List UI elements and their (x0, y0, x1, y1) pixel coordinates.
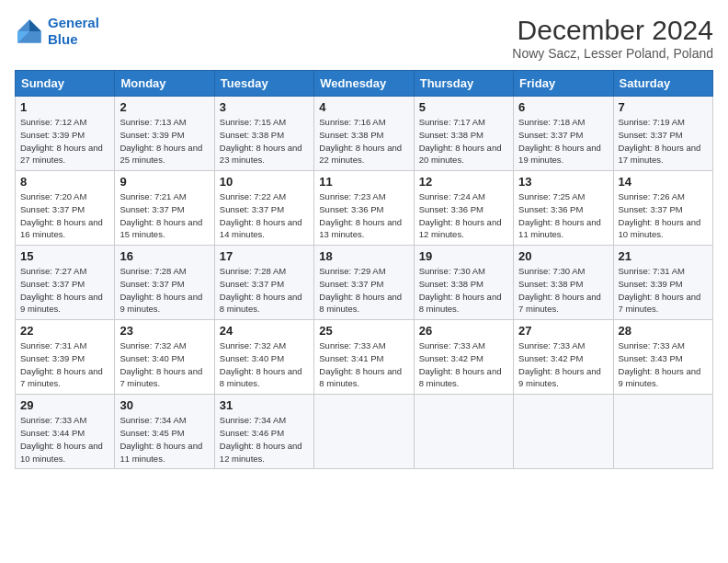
day-info: Sunrise: 7:20 AMSunset: 3:37 PMDaylight:… (20, 190, 109, 241)
header-tuesday: Tuesday (214, 71, 313, 97)
day-info: Sunrise: 7:12 AMSunset: 3:39 PMDaylight:… (20, 116, 109, 167)
day-number: 16 (119, 249, 209, 263)
day-info: Sunrise: 7:33 AMSunset: 3:43 PMDaylight:… (619, 339, 708, 390)
calendar-cell: 27Sunrise: 7:33 AMSunset: 3:42 PMDayligh… (514, 320, 613, 395)
page-title: December 2024 (512, 15, 713, 46)
day-info: Sunrise: 7:16 AMSunset: 3:38 PMDaylight:… (319, 116, 408, 167)
day-number: 13 (518, 175, 608, 189)
day-info: Sunrise: 7:32 AMSunset: 3:40 PMDaylight:… (220, 339, 309, 390)
day-info: Sunrise: 7:30 AMSunset: 3:38 PMDaylight:… (518, 265, 608, 316)
calendar-cell: 8Sunrise: 7:20 AMSunset: 3:37 PMDaylight… (16, 171, 115, 246)
page-subtitle: Nowy Sacz, Lesser Poland, Poland (512, 46, 713, 61)
day-info: Sunrise: 7:17 AMSunset: 3:38 PMDaylight:… (419, 116, 508, 167)
calendar-cell: 24Sunrise: 7:32 AMSunset: 3:40 PMDayligh… (214, 320, 313, 395)
day-number: 4 (319, 100, 408, 114)
day-info: Sunrise: 7:34 AMSunset: 3:45 PMDaylight:… (119, 414, 209, 465)
day-number: 24 (220, 324, 309, 338)
day-info: Sunrise: 7:15 AMSunset: 3:38 PMDaylight:… (220, 116, 309, 167)
day-info: Sunrise: 7:33 AMSunset: 3:44 PMDaylight:… (20, 414, 109, 465)
calendar-cell: 26Sunrise: 7:33 AMSunset: 3:42 PMDayligh… (414, 320, 513, 395)
day-info: Sunrise: 7:33 AMSunset: 3:41 PMDaylight:… (319, 339, 408, 390)
header: General Blue December 2024 Nowy Sacz, Le… (15, 15, 713, 61)
day-number: 19 (419, 249, 508, 263)
calendar-cell: 12Sunrise: 7:24 AMSunset: 3:36 PMDayligh… (414, 171, 513, 246)
day-number: 22 (20, 324, 109, 338)
day-info: Sunrise: 7:28 AMSunset: 3:37 PMDaylight:… (119, 265, 209, 316)
day-info: Sunrise: 7:27 AMSunset: 3:37 PMDaylight:… (20, 265, 109, 316)
day-number: 15 (20, 249, 109, 263)
calendar-cell: 30Sunrise: 7:34 AMSunset: 3:45 PMDayligh… (115, 395, 214, 469)
header-monday: Monday (115, 71, 214, 97)
day-info: Sunrise: 7:24 AMSunset: 3:36 PMDaylight:… (419, 190, 508, 241)
day-info: Sunrise: 7:19 AMSunset: 3:37 PMDaylight:… (619, 116, 708, 167)
calendar-cell: 29Sunrise: 7:33 AMSunset: 3:44 PMDayligh… (16, 395, 115, 469)
header-friday: Friday (514, 71, 613, 97)
calendar-cell: 25Sunrise: 7:33 AMSunset: 3:41 PMDayligh… (314, 320, 414, 395)
logo-icon (15, 17, 44, 46)
day-number: 6 (518, 100, 608, 114)
day-info: Sunrise: 7:21 AMSunset: 3:37 PMDaylight:… (119, 190, 209, 241)
calendar-cell: 31Sunrise: 7:34 AMSunset: 3:46 PMDayligh… (214, 395, 313, 469)
calendar-cell (314, 395, 414, 469)
day-number: 26 (419, 324, 508, 338)
day-number: 23 (119, 324, 209, 338)
day-number: 20 (518, 249, 608, 263)
day-number: 14 (619, 175, 708, 189)
day-number: 8 (20, 175, 109, 189)
day-info: Sunrise: 7:33 AMSunset: 3:42 PMDaylight:… (419, 339, 508, 390)
day-number: 27 (518, 324, 608, 338)
calendar-week-row: 22Sunrise: 7:31 AMSunset: 3:39 PMDayligh… (16, 320, 713, 395)
header-sunday: Sunday (16, 71, 115, 97)
calendar-cell: 11Sunrise: 7:23 AMSunset: 3:36 PMDayligh… (314, 171, 414, 246)
calendar-cell: 20Sunrise: 7:30 AMSunset: 3:38 PMDayligh… (514, 246, 613, 320)
calendar-week-row: 15Sunrise: 7:27 AMSunset: 3:37 PMDayligh… (16, 246, 713, 320)
day-info: Sunrise: 7:25 AMSunset: 3:36 PMDaylight:… (518, 190, 608, 241)
day-number: 21 (619, 249, 708, 263)
day-info: Sunrise: 7:23 AMSunset: 3:36 PMDaylight:… (319, 190, 408, 241)
day-number: 5 (419, 100, 508, 114)
calendar-cell: 17Sunrise: 7:28 AMSunset: 3:37 PMDayligh… (214, 246, 313, 320)
calendar-cell: 22Sunrise: 7:31 AMSunset: 3:39 PMDayligh… (16, 320, 115, 395)
day-number: 17 (220, 249, 309, 263)
logo-line2: Blue (48, 31, 78, 47)
calendar-cell: 13Sunrise: 7:25 AMSunset: 3:36 PMDayligh… (514, 171, 613, 246)
calendar-cell: 2Sunrise: 7:13 AMSunset: 3:39 PMDaylight… (115, 97, 214, 171)
calendar-cell: 7Sunrise: 7:19 AMSunset: 3:37 PMDaylight… (613, 97, 712, 171)
header-saturday: Saturday (613, 71, 712, 97)
calendar-cell: 6Sunrise: 7:18 AMSunset: 3:37 PMDaylight… (514, 97, 613, 171)
day-info: Sunrise: 7:22 AMSunset: 3:37 PMDaylight:… (220, 190, 309, 241)
day-info: Sunrise: 7:34 AMSunset: 3:46 PMDaylight:… (220, 414, 309, 465)
calendar-cell: 4Sunrise: 7:16 AMSunset: 3:38 PMDaylight… (314, 97, 414, 171)
day-number: 12 (419, 175, 508, 189)
calendar-table: SundayMondayTuesdayWednesdayThursdayFrid… (15, 70, 713, 469)
calendar-cell: 28Sunrise: 7:33 AMSunset: 3:43 PMDayligh… (613, 320, 712, 395)
day-number: 18 (319, 249, 408, 263)
logo: General Blue (15, 15, 99, 48)
calendar-cell: 16Sunrise: 7:28 AMSunset: 3:37 PMDayligh… (115, 246, 214, 320)
calendar-cell: 21Sunrise: 7:31 AMSunset: 3:39 PMDayligh… (613, 246, 712, 320)
day-number: 10 (220, 175, 309, 189)
day-number: 30 (119, 398, 209, 412)
day-info: Sunrise: 7:31 AMSunset: 3:39 PMDaylight:… (20, 339, 109, 390)
day-number: 28 (619, 324, 708, 338)
day-number: 3 (220, 100, 309, 114)
calendar-week-row: 1Sunrise: 7:12 AMSunset: 3:39 PMDaylight… (16, 97, 713, 171)
day-number: 7 (619, 100, 708, 114)
day-number: 25 (319, 324, 408, 338)
calendar-cell (613, 395, 712, 469)
logo-text: General Blue (48, 15, 99, 48)
day-info: Sunrise: 7:29 AMSunset: 3:37 PMDaylight:… (319, 265, 408, 316)
day-number: 1 (20, 100, 109, 114)
calendar-cell: 15Sunrise: 7:27 AMSunset: 3:37 PMDayligh… (16, 246, 115, 320)
title-area: December 2024 Nowy Sacz, Lesser Poland, … (512, 15, 713, 61)
calendar-cell: 14Sunrise: 7:26 AMSunset: 3:37 PMDayligh… (613, 171, 712, 246)
day-info: Sunrise: 7:31 AMSunset: 3:39 PMDaylight:… (619, 265, 708, 316)
calendar-cell: 3Sunrise: 7:15 AMSunset: 3:38 PMDaylight… (214, 97, 313, 171)
calendar-cell: 19Sunrise: 7:30 AMSunset: 3:38 PMDayligh… (414, 246, 513, 320)
calendar-cell: 9Sunrise: 7:21 AMSunset: 3:37 PMDaylight… (115, 171, 214, 246)
day-number: 2 (119, 100, 209, 114)
calendar-cell: 23Sunrise: 7:32 AMSunset: 3:40 PMDayligh… (115, 320, 214, 395)
day-info: Sunrise: 7:18 AMSunset: 3:37 PMDaylight:… (518, 116, 608, 167)
calendar-cell: 10Sunrise: 7:22 AMSunset: 3:37 PMDayligh… (214, 171, 313, 246)
header-wednesday: Wednesday (314, 71, 414, 97)
